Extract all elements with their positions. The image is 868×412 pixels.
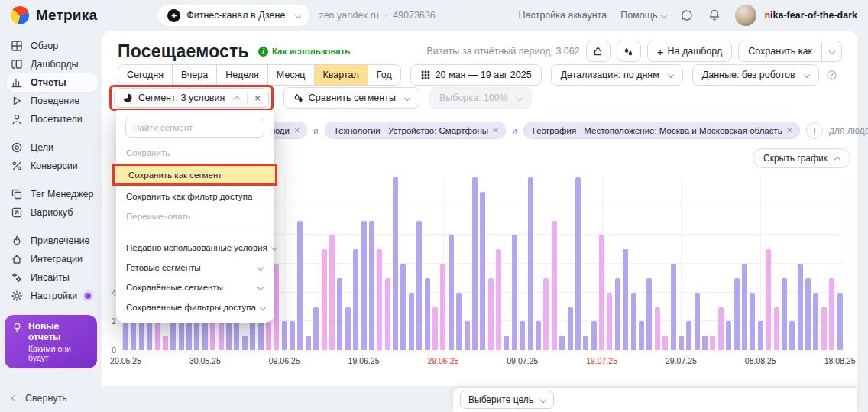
sampling-button[interactable]: Выборка: 100%: [429, 87, 532, 109]
chart-bar[interactable]: [163, 336, 168, 350]
sidebar-item-visitors[interactable]: Посетители: [7, 110, 98, 128]
chart-bar[interactable]: [409, 293, 414, 350]
export-button[interactable]: [586, 41, 611, 62]
chart-bar[interactable]: [623, 249, 628, 350]
data-mode-button[interactable]: Данные: без роботов: [692, 64, 819, 86]
sidebar-item-integrations[interactable]: Интеграции: [7, 250, 98, 268]
chart-bar[interactable]: [599, 235, 604, 350]
chart-bar[interactable]: [456, 293, 462, 350]
sidebar-item-overview[interactable]: Обзор: [7, 37, 98, 55]
chart-bar[interactable]: [750, 293, 755, 350]
chart-bar[interactable]: [591, 321, 597, 350]
chart-bar[interactable]: [345, 307, 351, 351]
chart-bar[interactable]: [313, 307, 319, 351]
add-condition-button[interactable]: +: [806, 122, 823, 139]
segment-menu-item-3[interactable]: Сохранить как фильтр доступа: [116, 187, 274, 206]
chart-bar[interactable]: [559, 336, 565, 350]
chart-bar[interactable]: [679, 336, 684, 350]
chart-bar[interactable]: [782, 278, 787, 350]
chart-bar[interactable]: [646, 278, 652, 350]
chart-bar[interactable]: [520, 321, 525, 350]
chart-bar[interactable]: [726, 321, 731, 350]
chart-bar[interactable]: [734, 278, 740, 350]
chart-bar[interactable]: [552, 221, 557, 351]
chart-bar[interactable]: [774, 307, 779, 351]
filter-chip[interactable]: Технологии · Устройство: Смартфоны×: [325, 122, 507, 139]
chart-bar[interactable]: [829, 278, 834, 350]
chart-bar[interactable]: [710, 336, 715, 350]
segment-search-input[interactable]: [125, 118, 264, 138]
chart-bar[interactable]: [306, 336, 311, 350]
add-to-dashboard-button[interactable]: + На дашборд: [647, 41, 733, 62]
chart-bar[interactable]: [432, 307, 438, 351]
sidebar-item-variocube[interactable]: Вариокуб: [7, 203, 98, 222]
choose-goal-button[interactable]: Выберите цель: [460, 391, 554, 409]
chat-icon[interactable]: [680, 8, 694, 22]
chart-bar[interactable]: [274, 264, 279, 350]
chart-bar[interactable]: [449, 235, 454, 350]
chart-bar[interactable]: [290, 321, 295, 350]
chart-bar[interactable]: [631, 293, 636, 350]
widgets-button[interactable]: [617, 41, 641, 62]
period-tab-6[interactable]: Год: [368, 64, 401, 86]
chart-bar[interactable]: [671, 264, 676, 350]
chart-bar[interactable]: [282, 321, 287, 350]
chart-bar[interactable]: [266, 321, 271, 350]
chart-bar[interactable]: [361, 221, 367, 351]
chart-bar[interactable]: [393, 177, 398, 350]
clear-segment-icon[interactable]: ×: [247, 92, 261, 104]
how-to-use-link[interactable]: i Как использовать: [258, 47, 351, 57]
date-range-button[interactable]: 20 мая — 19 авг 2025: [410, 64, 542, 86]
save-as-button[interactable]: Сохранить как: [738, 41, 822, 62]
chart-bar[interactable]: [440, 264, 445, 350]
segment-menu-section-4[interactable]: Сохраненные фильтры доступа: [116, 297, 274, 317]
sidebar-item-settings[interactable]: Настройки: [7, 287, 98, 305]
chart-bar[interactable]: [766, 249, 771, 350]
chart-bar[interactable]: [702, 336, 708, 350]
remove-chip-icon[interactable]: ×: [493, 125, 498, 136]
sidebar-item-tag-manager[interactable]: Тег Менеджерβ: [7, 185, 98, 203]
question-icon[interactable]: [826, 70, 837, 81]
chart-bar[interactable]: [322, 249, 327, 350]
period-tab-2[interactable]: Вчера: [172, 64, 217, 86]
chart-bar[interactable]: [758, 321, 763, 350]
chart-bar[interactable]: [472, 177, 478, 350]
chart-bar[interactable]: [798, 264, 803, 350]
avatar[interactable]: [735, 5, 756, 26]
chart-bar[interactable]: [528, 177, 533, 350]
segment-menu-section-3[interactable]: Сохранённые сегменты: [116, 277, 274, 297]
chart-bar[interactable]: [655, 307, 660, 351]
chart-bar[interactable]: [242, 336, 248, 350]
chart-bar[interactable]: [504, 336, 509, 350]
new-reports-promo-card[interactable]: Новые отчеты Какими они будут: [5, 315, 97, 368]
remove-chip-icon[interactable]: ×: [294, 125, 300, 136]
sidebar-item-reports[interactable]: Отчеты: [7, 73, 98, 92]
hide-chart-button[interactable]: Скрыть график: [753, 148, 850, 168]
chart-bar[interactable]: [742, 264, 747, 350]
counter-selector[interactable]: + Фитнес-канал в Дзене: [158, 5, 309, 26]
compare-segments-button[interactable]: Сравнить сегменты: [283, 87, 419, 109]
chart-bar[interactable]: [837, 293, 843, 350]
segment-menu-section-1[interactable]: Недавно использованные условия: [116, 238, 274, 258]
chart-bar[interactable]: [480, 192, 485, 350]
chart-bar[interactable]: [639, 321, 644, 350]
sidebar-item-insights[interactable]: Инсайты: [7, 268, 98, 287]
user-name[interactable]: nika-fear-of-the-dark: [764, 10, 857, 21]
chart-bar[interactable]: [353, 249, 358, 350]
chart-bar[interactable]: [615, 278, 620, 350]
chart-bar[interactable]: [568, 307, 573, 351]
bell-icon[interactable]: [708, 8, 721, 22]
chart-bar[interactable]: [536, 321, 541, 350]
chart-bar[interactable]: [385, 278, 390, 350]
chart-bar[interactable]: [583, 336, 588, 350]
chart-bar[interactable]: [416, 221, 422, 351]
sidebar-item-goals[interactable]: Цели: [7, 138, 98, 157]
period-tab-5[interactable]: Квартал: [314, 64, 368, 86]
chart-bar[interactable]: [718, 307, 724, 351]
help-menu[interactable]: Помощь: [620, 10, 666, 21]
chart-bar[interactable]: [575, 177, 581, 350]
chart-bar[interactable]: [543, 278, 549, 350]
detailing-button[interactable]: Детализация: по дням: [551, 64, 683, 86]
period-tab-4[interactable]: Месяц: [267, 64, 315, 86]
chart-bar[interactable]: [329, 235, 335, 350]
